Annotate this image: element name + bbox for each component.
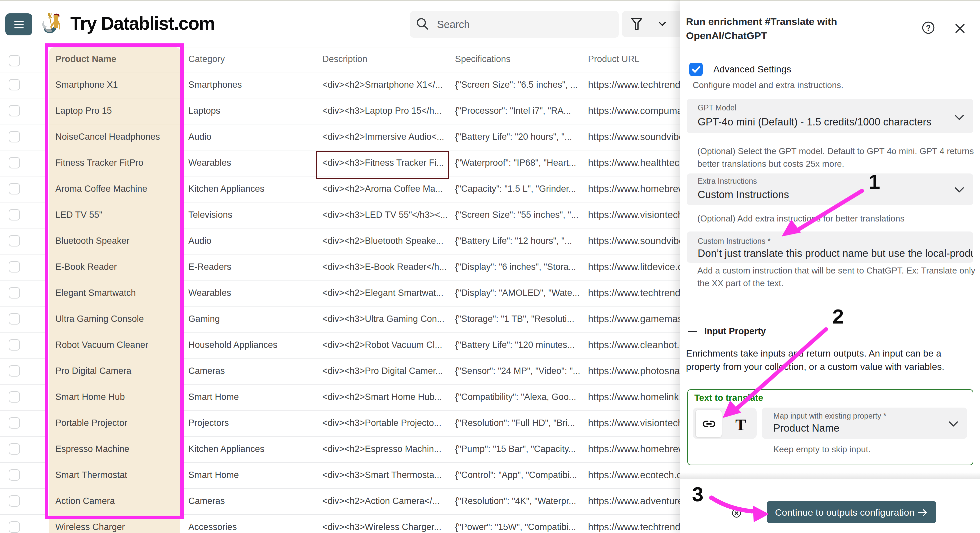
svg-text:?: ?: [926, 24, 931, 32]
